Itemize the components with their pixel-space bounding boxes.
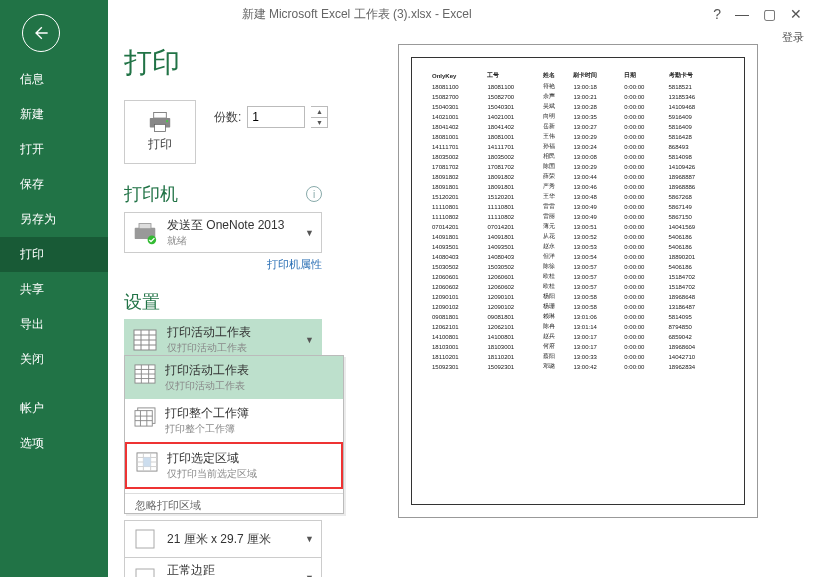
worksheet-icon [131, 326, 159, 354]
menu-opt-workbook[interactable]: 打印整个工作簿打印整个工作簿 [125, 399, 343, 442]
printer-status-icon [131, 219, 159, 247]
sidebar-item-new[interactable]: 新建 [0, 97, 108, 132]
svg-rect-5 [139, 223, 151, 228]
worksheet-icon [133, 362, 157, 386]
print-what-sub: 仅打印活动工作表 [167, 341, 297, 355]
sidebar-item-open[interactable]: 打开 [0, 132, 108, 167]
svg-rect-13 [136, 530, 154, 548]
sidebar-item-share[interactable]: 共享 [0, 272, 108, 307]
sidebar-item-account[interactable]: 帐户 [0, 391, 108, 426]
ignore-print-area[interactable]: 忽略打印区域 [125, 498, 343, 513]
printer-name: 发送至 OneNote 2013 [167, 217, 297, 234]
close-icon[interactable]: ✕ [790, 6, 802, 22]
spinner-down-icon[interactable]: ▼ [311, 118, 327, 128]
svg-rect-10 [135, 411, 152, 426]
sidebar: 信息新建打开保存另存为打印共享导出关闭 帐户选项 [0, 0, 108, 577]
setting-icon [131, 564, 159, 578]
maximize-icon[interactable]: ▢ [763, 6, 776, 22]
sidebar-item-close[interactable]: 关闭 [0, 342, 108, 377]
svg-rect-0 [154, 113, 167, 119]
selection-icon [135, 450, 159, 474]
sidebar-item-print[interactable]: 打印 [0, 237, 108, 272]
chevron-down-icon: ▼ [305, 335, 315, 345]
print-what-menu: 打印活动工作表仅打印活动工作表 打印整个工作簿打印整个工作簿 打印选定区域仅打印… [124, 355, 344, 514]
chevron-down-icon: ▼ [305, 534, 315, 544]
spinner-up-icon[interactable]: ▲ [311, 107, 327, 118]
setting-row-1[interactable]: 正常边距左: 1.78 厘米 右: 1.78…▼ [124, 557, 322, 577]
setting-icon [131, 525, 159, 553]
info-icon[interactable]: i [306, 186, 322, 202]
print-button[interactable]: 打印 [124, 100, 196, 164]
print-what-dropdown[interactable]: 打印活动工作表 仅打印活动工作表 ▼ [124, 319, 322, 360]
back-button[interactable] [22, 14, 60, 52]
print-preview: OnlyKey工号姓名刷卡时间日期考勤卡号1808110018081100符艳1… [398, 44, 758, 518]
printer-heading: 打印机 [124, 182, 178, 206]
svg-rect-2 [155, 124, 166, 131]
workbook-icon [133, 405, 157, 429]
minimize-icon[interactable]: — [735, 6, 749, 22]
svg-rect-12 [143, 457, 150, 466]
printer-properties-link[interactable]: 打印机属性 [124, 257, 322, 272]
sidebar-item-options[interactable]: 选项 [0, 426, 108, 461]
printer-dropdown[interactable]: 发送至 OneNote 2013 就绪 ▼ [124, 212, 322, 253]
copies-label: 份数: [214, 109, 241, 126]
menu-opt-active-sheet[interactable]: 打印活动工作表仅打印活动工作表 [125, 356, 343, 399]
menu-opt-selection[interactable]: 打印选定区域仅打印当前选定区域 [125, 442, 343, 489]
chevron-down-icon: ▼ [305, 573, 315, 578]
login-link[interactable]: 登录 [782, 30, 804, 45]
svg-point-3 [166, 120, 168, 122]
print-label: 打印 [148, 136, 172, 153]
preview-table: OnlyKey工号姓名刷卡时间日期考勤卡号1808110018081100符艳1… [432, 71, 724, 372]
svg-rect-14 [136, 569, 154, 578]
chevron-down-icon: ▼ [305, 228, 315, 238]
printer-status: 就绪 [167, 234, 297, 248]
copies-spinner[interactable]: ▲▼ [311, 106, 328, 128]
copies-input[interactable] [247, 106, 305, 128]
sidebar-item-save[interactable]: 保存 [0, 167, 108, 202]
help-icon[interactable]: ? [713, 6, 721, 22]
sidebar-item-export[interactable]: 导出 [0, 307, 108, 342]
print-what-title: 打印活动工作表 [167, 324, 297, 341]
printer-icon [146, 111, 174, 133]
setting-row-0[interactable]: 21 厘米 x 29.7 厘米▼ [124, 520, 322, 558]
sidebar-item-info[interactable]: 信息 [0, 62, 108, 97]
sidebar-item-saveas[interactable]: 另存为 [0, 202, 108, 237]
